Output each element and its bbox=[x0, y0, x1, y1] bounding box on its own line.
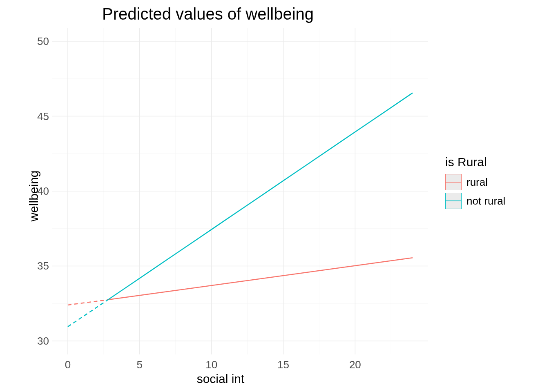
plot-panel bbox=[52, 28, 428, 354]
series-not-rural-seg0 bbox=[68, 300, 108, 327]
y-tick-label: 40 bbox=[33, 185, 49, 198]
y-tick-label: 45 bbox=[33, 110, 49, 122]
legend-key-icon bbox=[445, 174, 462, 190]
series-not-rural-seg1 bbox=[108, 93, 413, 300]
legend: is Rural ruralnot rural bbox=[445, 155, 505, 212]
x-tick-label: 10 bbox=[205, 359, 217, 371]
x-tick-label: 5 bbox=[137, 359, 143, 371]
legend-label: not rural bbox=[466, 195, 505, 207]
y-tick-label: 35 bbox=[33, 260, 49, 272]
series-rural-seg1 bbox=[108, 258, 413, 300]
legend-key-icon bbox=[445, 193, 462, 209]
legend-label: rural bbox=[466, 176, 488, 189]
legend-item-rural: rural bbox=[445, 174, 505, 190]
y-tick-label: 50 bbox=[33, 35, 49, 48]
legend-title: is Rural bbox=[445, 155, 505, 169]
x-axis-label: social int bbox=[197, 372, 245, 386]
chart-container: Predicted values of wellbeing wellbeing … bbox=[0, 0, 549, 392]
y-tick-label: 30 bbox=[33, 334, 49, 347]
x-tick-label: 20 bbox=[349, 359, 361, 371]
legend-item-not-rural: not rural bbox=[445, 193, 505, 209]
plot-svg bbox=[52, 28, 428, 354]
chart-title: Predicted values of wellbeing bbox=[102, 5, 314, 23]
x-tick-label: 15 bbox=[277, 359, 289, 371]
x-tick-label: 0 bbox=[65, 359, 71, 371]
